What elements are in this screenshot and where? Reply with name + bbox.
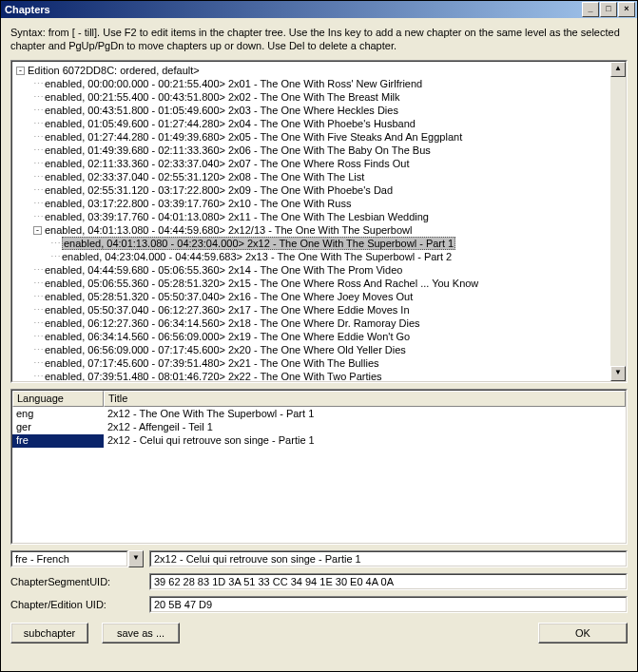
tree-node-label: enabled, 04:44:59.680 - 05:06:55.360> 2x… (45, 264, 402, 276)
tree-node[interactable]: ⋯enabled, 06:34:14.560 - 06:56:09.000> 2… (14, 330, 610, 343)
tree-branch-icon: ⋯ (33, 344, 45, 356)
scroll-down-icon[interactable]: ▼ (610, 366, 626, 381)
tree-node-label: enabled, 05:06:55.360 - 05:28:51.320> 2x… (45, 278, 478, 289)
tree-node[interactable]: ⋯enabled, 05:28:51.320 - 05:50:37.040> 2… (14, 290, 610, 303)
tree-node-label: enabled, 07:39:51.480 - 08:01:46.720> 2x… (45, 371, 382, 381)
tree-node[interactable]: ⋯enabled, 04:44:59.680 - 05:06:55.360> 2… (14, 263, 610, 277)
tree-node[interactable]: -enabled, 04:01:13.080 - 04:44:59.680> 2… (14, 223, 610, 237)
tree-branch-icon: ⋯ (33, 331, 45, 343)
tree-node[interactable]: ⋯enabled, 06:56:09.000 - 07:17:45.600> 2… (14, 343, 610, 356)
tree-node[interactable]: ⋯enabled, 07:39:51.480 - 08:01:46.720> 2… (14, 370, 610, 381)
tree-branch-icon: ⋯ (33, 357, 45, 370)
tree-node[interactable]: ⋯enabled, 02:11:33.360 - 02:33:37.040> 2… (14, 157, 610, 170)
language-combo-value: fre - French (11, 551, 127, 566)
expander-icon[interactable]: - (33, 226, 42, 235)
tree-node-label: enabled, 01:27:44.280 - 01:49:39.680> 2x… (45, 131, 462, 143)
tree-node[interactable]: ⋯enabled, 01:27:44.280 - 01:49:39.680> 2… (14, 130, 610, 144)
tree-branch-icon: ⋯ (50, 251, 62, 263)
tree-node-label: enabled, 02:11:33.360 - 02:33:37.040> 2x… (45, 158, 410, 169)
tree-node[interactable]: ⋯enabled, 03:17:22.800 - 03:39:17.760> 2… (14, 197, 610, 210)
language-combo[interactable]: fre - French ▼ (10, 550, 144, 567)
tree-node-label: enabled, 07:17:45.600 - 07:39:51.480> 2x… (45, 357, 379, 369)
language-title-grid[interactable]: Language Title eng2x12 - The One With Th… (10, 389, 628, 545)
tree-branch-icon: ⋯ (33, 105, 45, 117)
grid-cell-language (12, 448, 104, 461)
grid-cell-title: 2x12 - Affengeil - Teil 1 (104, 421, 626, 434)
grid-cell-title: 2x12 - Celui qui retrouve son singe - Pa… (104, 434, 626, 448)
tree-node-label: enabled, 06:12:27.360 - 06:34:14.560> 2x… (45, 317, 420, 329)
tree-node[interactable]: ⋯enabled, 07:17:45.600 - 07:39:51.480> 2… (14, 356, 610, 370)
tree-node-label: enabled, 04:01:13.080 - 04:44:59.680> 2x… (45, 224, 412, 236)
tree-scrollbar[interactable]: ▲ ▼ (610, 62, 626, 381)
grid-row[interactable]: ger2x12 - Affengeil - Teil 1 (12, 421, 626, 434)
tree-node[interactable]: ⋯enabled, 00:00:00.000 - 00:21:55.400> 2… (14, 77, 610, 90)
window-title: Chapters (5, 4, 582, 15)
titlebar[interactable]: Chapters _ □ × (1, 1, 637, 18)
tree-node[interactable]: ⋯enabled, 00:21:55.400 - 00:43:51.800> 2… (14, 90, 610, 104)
tree-branch-icon: ⋯ (33, 171, 45, 183)
tree-branch-icon: ⋯ (33, 158, 45, 170)
close-button[interactable]: × (618, 2, 635, 17)
minimize-button[interactable]: _ (582, 2, 599, 17)
tree-node-label: enabled, 00:43:51.800 - 01:05:49.600> 2x… (45, 105, 398, 116)
tree-node-label: enabled, 05:28:51.320 - 05:50:37.040> 2x… (45, 291, 413, 302)
tree-node[interactable]: ⋯enabled, 05:50:37.040 - 06:12:27.360> 2… (14, 303, 610, 317)
tree-branch-icon: ⋯ (33, 264, 45, 277)
grid-header-title[interactable]: Title (104, 391, 626, 407)
grid-cell-language: eng (12, 408, 104, 421)
grid-cell-language: ger (12, 421, 104, 434)
tree-node-label: enabled, 04:01:13.080 - 04:23:04.000> 2x… (62, 237, 455, 250)
tree-node-label: enabled, 00:21:55.400 - 00:43:51.800> 2x… (45, 91, 400, 103)
tree-node[interactable]: ⋯enabled, 02:33:37.040 - 02:55:31.120> 2… (14, 170, 610, 183)
tree-branch-icon: ⋯ (33, 184, 45, 197)
grid-header-language[interactable]: Language (12, 391, 104, 407)
subchapter-button[interactable]: subchapter (10, 623, 88, 643)
tree-branch-icon: ⋯ (33, 278, 45, 290)
maximize-button[interactable]: □ (600, 2, 617, 17)
grid-cell-title: 2x12 - The One With The Superbowl - Part… (104, 408, 626, 421)
tree-branch-icon: ⋯ (33, 304, 45, 317)
ok-button[interactable]: OK (538, 623, 628, 643)
tree-node[interactable]: ⋯enabled, 05:06:55.360 - 05:28:51.320> 2… (14, 277, 610, 290)
tree-node-label: Edition 6072DD8C: ordered, default> (28, 65, 200, 76)
segment-uid-label: ChapterSegmentUID: (10, 576, 144, 587)
tree-branch-icon: ⋯ (33, 371, 45, 382)
chapters-window: Chapters _ □ × Syntax: from [ - till]. U… (0, 0, 638, 672)
title-input[interactable]: 2x12 - Celui qui retrouve son singe - Pa… (149, 550, 628, 567)
edition-uid-input[interactable]: 20 5B 47 D9 (149, 596, 628, 613)
tree-node[interactable]: ⋯enabled, 03:39:17.760 - 04:01:13.080> 2… (14, 210, 610, 223)
scroll-up-icon[interactable]: ▲ (610, 62, 626, 77)
tree-node[interactable]: ⋯enabled, 04:01:13.080 - 04:23:04.000> 2… (14, 237, 610, 250)
tree-branch-icon: ⋯ (33, 291, 45, 303)
chevron-down-icon[interactable]: ▼ (128, 550, 144, 567)
expander-icon[interactable]: - (16, 67, 25, 75)
tree-node-label: enabled, 01:05:49.600 - 01:27:44.280> 2x… (45, 118, 416, 129)
tree-root[interactable]: -Edition 6072DD8C: ordered, default> (14, 64, 610, 77)
tree-branch-icon: ⋯ (33, 91, 45, 104)
chapter-tree[interactable]: -Edition 6072DD8C: ordered, default>⋯ena… (10, 60, 628, 383)
tree-node-label: enabled, 04:23:04.000 - 04:44:59.683> 2x… (62, 251, 452, 262)
tree-node[interactable]: ⋯enabled, 01:05:49.600 - 01:27:44.280> 2… (14, 117, 610, 130)
tree-node-label: enabled, 00:00:00.000 - 00:21:55.400> 2x… (45, 78, 422, 89)
tree-node[interactable]: ⋯enabled, 04:23:04.000 - 04:44:59.683> 2… (14, 250, 610, 263)
tree-node[interactable]: ⋯enabled, 02:55:31.120 - 03:17:22.800> 2… (14, 183, 610, 197)
tree-branch-icon: ⋯ (50, 238, 62, 250)
tree-branch-icon: ⋯ (33, 211, 45, 223)
grid-row[interactable] (12, 448, 626, 461)
grid-row[interactable]: fre2x12 - Celui qui retrouve son singe -… (12, 434, 626, 448)
tree-branch-icon: ⋯ (33, 198, 45, 210)
tree-node-label: enabled, 02:33:37.040 - 02:55:31.120> 2x… (45, 171, 364, 182)
tree-node-label: enabled, 02:55:31.120 - 03:17:22.800> 2x… (45, 184, 393, 196)
tree-node[interactable]: ⋯enabled, 06:12:27.360 - 06:34:14.560> 2… (14, 317, 610, 330)
grid-cell-language: fre (12, 434, 104, 448)
tree-node-label: enabled, 03:39:17.760 - 04:01:13.080> 2x… (45, 211, 429, 222)
tree-branch-icon: ⋯ (33, 131, 45, 144)
save-as-button[interactable]: save as ... (102, 623, 180, 643)
tree-branch-icon: ⋯ (33, 78, 45, 90)
segment-uid-input[interactable]: 39 62 28 83 1D 3A 51 33 CC 34 94 1E 30 E… (149, 573, 628, 590)
tree-node[interactable]: ⋯enabled, 00:43:51.800 - 01:05:49.600> 2… (14, 104, 610, 117)
tree-node[interactable]: ⋯enabled, 01:49:39.680 - 02:11:33.360> 2… (14, 144, 610, 157)
tree-branch-icon: ⋯ (33, 317, 45, 330)
grid-row[interactable]: eng2x12 - The One With The Superbowl - P… (12, 408, 626, 421)
tree-branch-icon: ⋯ (33, 144, 45, 157)
